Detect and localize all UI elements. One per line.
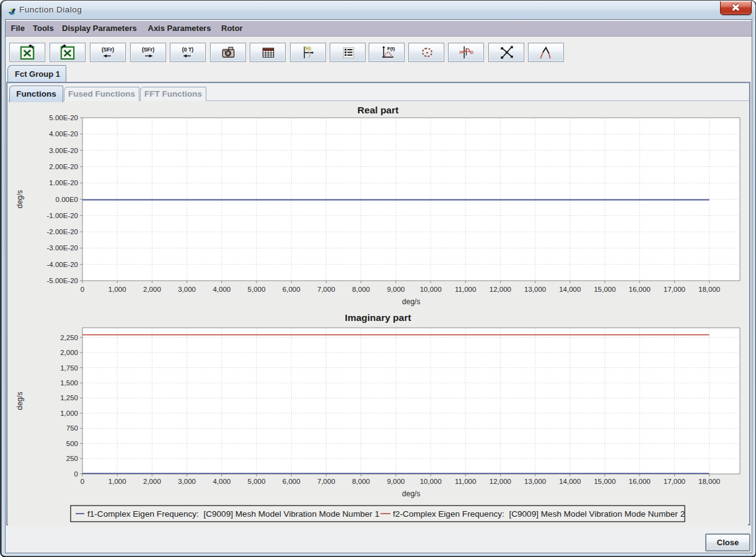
svg-text:3.00E-20: 3.00E-20 [49,147,78,154]
svg-text:(0 T): (0 T) [182,46,193,53]
svg-text:750: 750 [66,424,78,432]
svg-text:1.00E-20: 1.00E-20 [49,179,78,186]
svg-text:5.00E-20: 5.00E-20 [49,114,78,121]
svg-text:1,000: 1,000 [108,286,126,293]
svg-text:0: 0 [81,286,84,293]
svg-text:8,000: 8,000 [352,478,370,485]
svg-text:Imaginary part: Imaginary part [345,312,411,323]
svg-text:Real part: Real part [358,105,398,115]
svg-text:0: 0 [74,470,78,478]
svg-text:1,750: 1,750 [60,364,78,372]
svg-text:2,250: 2,250 [60,334,78,341]
svg-text:f1-Complex Eigen Frequency: [: f1-Complex Eigen Frequency: [C9009] Mesh… [87,509,379,519]
svg-text:-4.00E-20: -4.00E-20 [46,261,78,268]
svg-text:(SFr): (SFr) [102,46,114,53]
svg-text:deg/s: deg/s [402,297,420,306]
svg-text:18,000: 18,000 [698,286,720,293]
svg-text:1,000: 1,000 [60,410,78,417]
svg-text:10,000: 10,000 [420,286,441,293]
svg-text:0: 0 [81,478,84,485]
svg-text:deg/s: deg/s [15,392,24,410]
svg-text:deg/s: deg/s [402,489,420,498]
svg-text:-5.00E-20: -5.00E-20 [46,277,78,284]
svg-text:16,000: 16,000 [629,286,651,293]
svg-text:-1.00E-20: -1.00E-20 [46,212,78,219]
svg-text:0.00E0: 0.00E0 [56,196,78,203]
svg-text:1,250: 1,250 [60,394,78,401]
svg-text:18,000: 18,000 [698,478,720,485]
svg-text:2.00E-20: 2.00E-20 [49,163,78,170]
svg-text:10,000: 10,000 [420,478,441,485]
svg-text:3,000: 3,000 [178,286,196,293]
svg-text:9,000: 9,000 [387,478,405,485]
svg-text:13,000: 13,000 [524,478,546,485]
svg-text:5,000: 5,000 [248,286,266,293]
svg-text:4.00E-20: 4.00E-20 [49,130,78,138]
svg-text:11,000: 11,000 [455,478,476,485]
svg-text:15,000: 15,000 [594,478,615,485]
svg-text:1,500: 1,500 [60,379,78,387]
svg-text:14,000: 14,000 [559,286,581,293]
svg-text:(SFr): (SFr) [141,46,154,53]
svg-text:2,000: 2,000 [143,478,161,485]
svg-text:5,000: 5,000 [248,478,266,485]
svg-text:2,000: 2,000 [60,349,78,356]
svg-text:3,000: 3,000 [178,478,196,485]
svg-text:12,000: 12,000 [490,478,511,485]
svg-text:6,000: 6,000 [283,286,301,293]
svg-text:2,000: 2,000 [143,286,161,293]
svg-text:250: 250 [66,455,78,462]
svg-text:4,000: 4,000 [213,478,231,485]
svg-text:15,000: 15,000 [594,286,615,293]
svg-text:-3.00E-20: -3.00E-20 [46,244,78,252]
svg-text:F(t): F(t) [387,46,395,51]
svg-text:500: 500 [66,440,78,447]
svg-text:7,000: 7,000 [317,478,335,485]
svg-text:11,000: 11,000 [455,286,476,293]
svg-text:6,000: 6,000 [283,478,301,485]
svg-text:8,000: 8,000 [352,286,370,293]
svg-text:9,000: 9,000 [387,286,405,293]
svg-text:17,000: 17,000 [664,478,685,485]
svg-text:f2-Complex Eigen Frequency: [: f2-Complex Eigen Frequency: [C9009] Mesh… [393,509,685,519]
svg-text:1,000: 1,000 [108,478,126,485]
svg-text:14,000: 14,000 [559,478,581,485]
svg-text:17,000: 17,000 [664,286,685,293]
svg-text:deg/s: deg/s [15,190,24,208]
svg-text:4,000: 4,000 [213,286,231,293]
svg-text:12,000: 12,000 [490,286,511,293]
svg-text:7,000: 7,000 [317,286,335,293]
svg-text:16,000: 16,000 [629,478,651,485]
svg-text:-2.00E-20: -2.00E-20 [46,228,78,235]
svg-text:13,000: 13,000 [524,286,546,293]
